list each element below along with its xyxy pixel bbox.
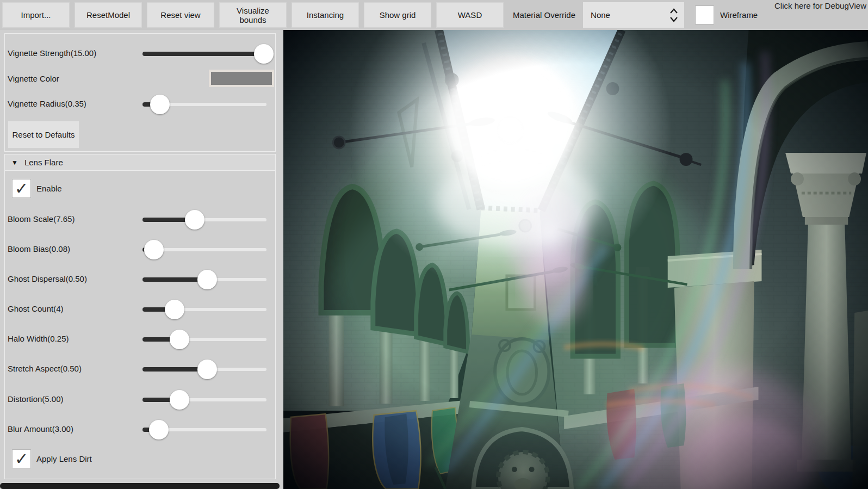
wireframe-label: Wireframe [720, 10, 758, 20]
apply-lens-dirt-checkbox[interactable]: ✓ [12, 449, 31, 468]
import-button[interactable]: Import... [2, 2, 70, 28]
stretch-aspect-label: Stretch Aspect(0.50) [8, 364, 82, 373]
apply-lens-dirt-label: Apply Lens Dirt [36, 454, 92, 463]
sponza-scene-svg [283, 30, 868, 489]
ghost-dispersal-slider[interactable] [142, 269, 266, 290]
ghost-count-row: Ghost Count(4) [8, 299, 268, 320]
lens-flare-title: Lens Flare [24, 158, 63, 167]
vignette-color-row: Vignette Color [8, 69, 268, 90]
horizontal-scrollbar[interactable] [0, 483, 280, 489]
vignette-radius-label: Vignette Radius(0.35) [8, 99, 86, 108]
vignette-radius-slider[interactable] [142, 94, 266, 115]
app-window: Import... ResetModel Reset view Visualiz… [0, 0, 868, 489]
blur-amount-row: Blur Amount(3.00) [8, 419, 268, 441]
vignette-color-label: Vignette Color [8, 74, 59, 83]
enable-checkbox[interactable]: ✓ [12, 179, 31, 198]
material-override-label: Material Override [509, 10, 583, 20]
distortion-row: Distortion(5.00) [8, 389, 268, 411]
blur-amount-label: Blur Amount(3.00) [8, 424, 73, 434]
show-grid-button[interactable]: Show grid [364, 2, 431, 28]
slider-thumb[interactable] [149, 420, 169, 440]
wireframe-group: Wireframe [695, 5, 758, 24]
slider-thumb[interactable] [185, 210, 204, 230]
bloom-scale-label: Bloom Scale(7.65) [8, 214, 75, 224]
bloom-scale-slider[interactable] [142, 209, 266, 231]
reset-to-defaults-button[interactable]: Reset to Defaults [8, 121, 79, 148]
bloom-scale-row: Bloom Scale(7.65) [8, 209, 268, 231]
lens-flare-header[interactable]: ▼ Lens Flare [5, 154, 275, 171]
vignette-strength-slider[interactable] [142, 43, 266, 65]
reset-view-button[interactable]: Reset view [147, 2, 214, 28]
material-override-value: None [591, 10, 610, 20]
halo-width-slider[interactable] [142, 329, 266, 350]
halo-width-label: Halo Width(0.25) [8, 334, 69, 343]
reset-model-button[interactable]: ResetModel [75, 2, 142, 28]
ghost-dispersal-label: Ghost Dispersal(0.50) [8, 274, 87, 283]
slider-fill [142, 52, 264, 56]
ghost-dispersal-row: Ghost Dispersal(0.50) [8, 269, 268, 290]
halo-width-row: Halo Width(0.25) [8, 329, 268, 350]
wireframe-checkbox[interactable] [695, 5, 714, 24]
slider-thumb[interactable] [150, 95, 170, 114]
ghost-count-slider[interactable] [142, 299, 266, 320]
ghost-count-label: Ghost Count(4) [8, 304, 64, 313]
vignette-strength-row: Vignette Strength(15.00) [8, 43, 268, 65]
debugview-link[interactable]: Click here for DebugView [774, 1, 866, 10]
toolbar: Import... ResetModel Reset view Visualiz… [0, 0, 868, 30]
material-override-dropdown[interactable]: None [583, 2, 684, 28]
slider-thumb[interactable] [197, 270, 217, 289]
instancing-button[interactable]: Instancing [292, 2, 359, 28]
vignette-overlay [283, 30, 868, 489]
distortion-slider[interactable] [142, 389, 266, 411]
bloom-bias-label: Bloom Bias(0.08) [8, 244, 70, 253]
slider-thumb[interactable] [170, 330, 189, 349]
enable-row: ✓ Enable [12, 179, 62, 198]
distortion-label: Distortion(5.00) [8, 394, 64, 404]
stretch-aspect-slider[interactable] [142, 358, 266, 380]
settings-panel: Vignette Strength(15.00)Vignette ColorVi… [0, 30, 283, 489]
viewport-3d-scene[interactable] [283, 30, 868, 489]
slider-thumb[interactable] [197, 360, 217, 379]
slider-thumb[interactable] [170, 390, 189, 410]
bloom-bias-slider[interactable] [142, 239, 266, 261]
slider-thumb[interactable] [165, 300, 184, 319]
slider-thumb[interactable] [144, 240, 164, 259]
bloom-bias-row: Bloom Bias(0.08) [8, 239, 268, 261]
apply-lens-dirt-row: ✓ Apply Lens Dirt [12, 449, 92, 468]
vignette-strength-label: Vignette Strength(15.00) [8, 48, 96, 58]
wasd-button[interactable]: WASD [436, 2, 504, 28]
collapse-triangle-icon[interactable]: ▼ [11, 159, 18, 166]
blur-amount-slider[interactable] [142, 419, 266, 441]
enable-label: Enable [36, 184, 62, 193]
vignette-radius-row: Vignette Radius(0.35) [8, 94, 268, 115]
vignette-color-swatch[interactable] [209, 70, 274, 87]
stretch-aspect-row: Stretch Aspect(0.50) [8, 358, 268, 380]
visualize-bounds-button[interactable]: Visualize bounds [219, 2, 287, 28]
chevron-up-down-icon[interactable] [669, 7, 679, 25]
